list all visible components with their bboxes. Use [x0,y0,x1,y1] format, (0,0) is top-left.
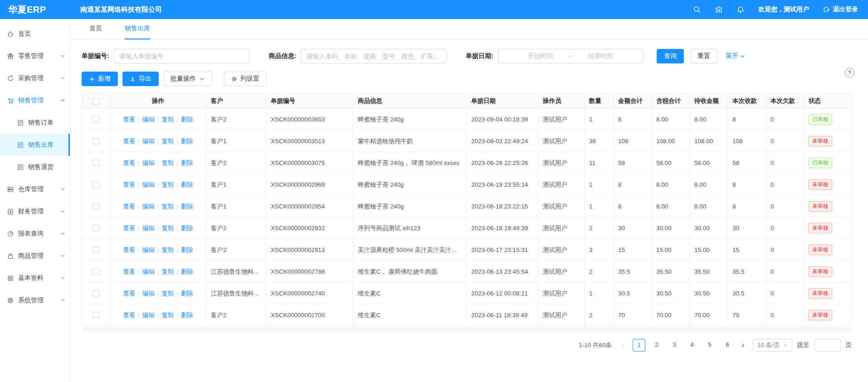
row-action-view[interactable]: 查看 [123,225,135,232]
cell-product: 蒙牛精选牧场纯牛奶 [353,131,467,152]
page-number-5[interactable]: 5 [703,339,716,352]
sidebar-item-warehouse[interactable]: 仓库管理 [0,178,70,200]
row-action-edit[interactable]: 编辑 [142,247,155,253]
sidebar-item-report[interactable]: 报表查询 [0,222,70,245]
row-action-delete[interactable]: 删除 [181,290,193,297]
sidebar-item-home[interactable]: 首页 [0,23,70,45]
row-action-edit[interactable]: 编辑 [142,116,155,123]
row-action-edit[interactable]: 编辑 [142,225,155,232]
page-number-1[interactable]: 1 [633,339,645,352]
horizontal-scrollbar[interactable] [82,327,852,332]
search-button[interactable]: 查询 [657,49,684,63]
row-action-delete[interactable]: 删除 [181,181,193,188]
row-action-view[interactable]: 查看 [123,290,135,297]
date-range-input[interactable]: 开始时间 ~ 结束时间 [498,49,643,63]
row-action-view[interactable]: 查看 [123,181,135,188]
row-action-copy[interactable]: 复制 [161,138,174,145]
row-action-edit[interactable]: 编辑 [142,203,155,210]
row-action-copy[interactable]: 复制 [161,225,174,232]
bill-no-input[interactable] [114,49,250,63]
logout-button[interactable]: 退出登录 [823,5,858,14]
row-checkbox[interactable] [93,312,99,319]
sidebar-item-finance[interactable]: 财务管理 [0,200,70,222]
row-action-copy[interactable]: 复制 [161,268,174,275]
prev-page-icon[interactable] [619,343,628,348]
jump-page-input[interactable] [814,339,841,352]
sidebar-item-sales-order[interactable]: 销售订单 [0,111,70,134]
sidebar-item-system[interactable]: 系统管理 [0,289,70,311]
reset-button[interactable]: 重置 [690,49,717,63]
row-action-delete[interactable]: 删除 [181,225,193,232]
expand-link[interactable]: 展开 [726,52,745,60]
page-number-6[interactable]: 6 [721,339,734,352]
add-button[interactable]: 新增 [82,72,118,86]
row-checkbox[interactable] [93,116,99,123]
row-checkbox[interactable] [93,138,99,145]
bank-icon[interactable] [715,5,723,14]
row-action-view[interactable]: 查看 [123,116,135,123]
row-checkbox[interactable] [93,268,99,275]
sidebar-item-goods[interactable]: 商品管理 [0,245,70,267]
row-action-copy[interactable]: 复制 [161,160,174,166]
status-badge: 未审核 [809,136,832,146]
sidebar-item-sales-return[interactable]: 销售退货 [0,156,70,178]
row-action-edit[interactable]: 编辑 [142,181,155,188]
product-info-input[interactable] [301,49,447,63]
select-all-checkbox[interactable] [93,98,99,105]
cell-debt: 0 [766,239,804,261]
search-icon[interactable] [693,5,701,14]
page-number-4[interactable]: 4 [686,339,698,352]
row-checkbox[interactable] [93,225,99,232]
row-checkbox[interactable] [93,181,99,188]
row-action-delete[interactable]: 删除 [181,138,193,145]
sidebar-item-basic-data[interactable]: 基本资料 [0,267,70,289]
page-number-3[interactable]: 3 [668,339,681,352]
batch-actions-button[interactable]: 批量操作 [163,72,212,86]
row-action-edit[interactable]: 编辑 [142,268,155,275]
sidebar-item-retail[interactable]: 零售管理 [0,45,70,67]
sidebar-item-sales[interactable]: 销售管理 [0,89,70,111]
page-number-2[interactable]: 2 [650,339,663,352]
row-checkbox[interactable] [93,290,99,297]
column-settings-button[interactable]: 列设置 [224,72,267,86]
row-action-edit[interactable]: 编辑 [142,160,155,166]
cell-bill-no: XSCK00000002932 [266,218,353,239]
tab-home[interactable]: 首页 [89,24,102,39]
row-action-copy[interactable]: 复制 [161,203,174,210]
row-action-delete[interactable]: 删除 [181,268,193,275]
row-action-delete[interactable]: 删除 [181,312,193,319]
row-checkbox[interactable] [93,203,99,210]
bell-icon[interactable] [736,5,745,14]
row-action-view[interactable]: 查看 [123,268,135,275]
sidebar-item-purchase[interactable]: 采购管理 [0,67,70,89]
row-action-delete[interactable]: 删除 [181,160,193,166]
row-action-copy[interactable]: 复制 [161,181,174,188]
row-action-view[interactable]: 查看 [123,138,135,145]
row-action-view[interactable]: 查看 [123,160,135,166]
row-action-delete[interactable]: 删除 [181,203,193,210]
row-action-copy[interactable]: 复制 [161,116,174,123]
column-header: 数量 [585,94,614,109]
next-page-icon[interactable] [739,343,748,348]
row-action-edit[interactable]: 编辑 [142,312,155,319]
row-action-copy[interactable]: 复制 [161,290,174,297]
sidebar-item-sales-outbound[interactable]: 销售出库 [0,134,70,156]
row-checkbox[interactable] [93,160,99,166]
row-action-copy[interactable]: 复制 [161,312,174,319]
row-action-edit[interactable]: 编辑 [142,138,155,145]
cell-date: 2023-08-02 22:49:24 [467,131,538,152]
help-icon[interactable]: ? [845,68,854,77]
row-action-delete[interactable]: 删除 [181,247,193,253]
row-action-copy[interactable]: 复制 [161,247,174,253]
row-action-view[interactable]: 查看 [123,312,135,319]
row-action-view[interactable]: 查看 [123,203,135,210]
row-action-edit[interactable]: 编辑 [142,290,155,297]
cell-debt: 0 [766,283,804,305]
row-checkbox[interactable] [93,247,99,253]
page-size-select[interactable]: 10 条/页 [753,339,792,352]
export-button[interactable]: 导出 [122,72,159,86]
row-action-view[interactable]: 查看 [123,247,135,253]
welcome-user[interactable]: 欢迎您，测试用户 [758,5,809,14]
row-action-delete[interactable]: 删除 [181,116,193,123]
tab-sales-outbound[interactable]: 销售出库 [125,24,150,39]
